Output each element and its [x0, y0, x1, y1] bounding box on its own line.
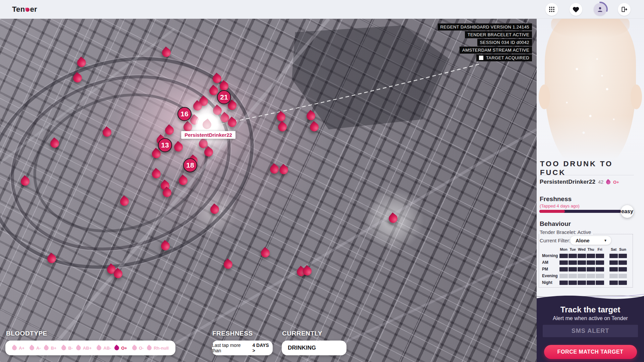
top-bar: Tener — [0, 0, 644, 19]
freshness-filter-value: Last tap more than — [212, 343, 251, 353]
target-profile-sidebar: TOO DRUNK TO FUCK PersistentDrinker22 42… — [537, 19, 644, 362]
blood-pin[interactable] — [47, 254, 56, 263]
bloodtype-group: O+O- — [114, 346, 144, 351]
current-filter-dropdown[interactable]: Alone ▼ — [570, 236, 611, 245]
bloodtype-option-label: O- — [139, 346, 144, 351]
cluster-marker[interactable]: 16 — [177, 107, 192, 121]
schedule-row-label: Morning — [542, 253, 559, 258]
bloodtype-option-a-[interactable]: A- — [30, 346, 41, 351]
blood-pin[interactable] — [50, 139, 59, 148]
cluster-marker[interactable]: 18 — [183, 158, 197, 172]
blood-pin[interactable] — [152, 170, 161, 178]
target-tooltip: PersistentDrinker22 — [181, 131, 235, 139]
bloodtype-option-ab+[interactable]: AB+ — [76, 346, 92, 351]
schedule-cell — [596, 281, 604, 285]
status-line: AMSTERDAM STREAM ACTIVE — [460, 47, 532, 54]
blood-pin[interactable] — [210, 205, 219, 214]
bloodtype-group: AB+AB- — [76, 346, 111, 351]
city-map[interactable]: REGENT DASHBOARD VERSION 1.24145TENDER B… — [0, 19, 537, 362]
bloodtype-option-b+[interactable]: B+ — [44, 346, 56, 351]
force-match-button[interactable]: FORCE MATCH TARGET — [544, 345, 637, 359]
bloodtype-group: A+A- — [12, 346, 41, 351]
blood-pin-shape — [19, 175, 32, 188]
blood-pin[interactable] — [165, 126, 174, 135]
blood-pin[interactable] — [261, 249, 270, 257]
target-portrait — [537, 19, 644, 160]
cluster-marker[interactable]: 13 — [158, 138, 172, 152]
schedule-cell — [587, 254, 595, 258]
freshness-slider-knob[interactable]: easy — [621, 205, 634, 218]
blood-pin[interactable] — [179, 176, 187, 185]
bloodtype-option-b-[interactable]: B- — [61, 346, 73, 351]
blood-pin[interactable] — [163, 188, 171, 197]
blood-pin[interactable] — [228, 101, 236, 110]
currently-filter-button[interactable]: DRINKING — [282, 341, 346, 355]
logout-icon — [621, 6, 628, 13]
blood-pin[interactable] — [278, 123, 287, 131]
schedule-cell — [578, 274, 586, 278]
schedule-cell — [609, 267, 618, 272]
blood-pin[interactable] — [73, 74, 82, 82]
blood-pin[interactable] — [310, 123, 319, 131]
blood-pin[interactable] — [220, 82, 228, 90]
blood-pin-shape — [203, 146, 215, 159]
schedule-cell — [578, 260, 586, 265]
blood-drop-icon — [75, 345, 82, 351]
blood-pin[interactable] — [103, 128, 111, 137]
blood-pin-shape — [71, 72, 84, 84]
blood-pin[interactable] — [204, 148, 213, 157]
profile-username: PersistentDrinker22 — [540, 179, 595, 185]
blood-drop-icon — [96, 345, 102, 351]
status-line: SESSION 034 ID d0042 — [477, 39, 532, 46]
apps-grid-button[interactable] — [545, 3, 558, 16]
sms-alert-input[interactable] — [543, 325, 638, 337]
blood-pin[interactable] — [174, 143, 183, 152]
schedule-day-thu: Thu — [587, 247, 595, 251]
blood-pin[interactable] — [209, 86, 218, 95]
blood-pin[interactable] — [193, 102, 202, 111]
blood-pin[interactable] — [114, 269, 122, 278]
blood-pin[interactable] — [21, 177, 30, 186]
blood-pin[interactable] — [199, 139, 208, 148]
blood-pin[interactable] — [77, 58, 86, 67]
bloodtype-option-o+[interactable]: O+ — [114, 346, 127, 351]
bloodtype-option-o-[interactable]: O- — [132, 346, 144, 351]
profile-age: 42 — [598, 179, 603, 185]
schedule-row-label: Night — [542, 280, 559, 285]
blood-pin[interactable] — [120, 197, 129, 206]
schedule-day-sun: Sun — [619, 247, 627, 251]
tender-logo[interactable]: Tener — [12, 5, 37, 14]
likes-button[interactable] — [570, 3, 582, 16]
profile-button[interactable] — [594, 3, 606, 16]
freshness-slider[interactable] — [539, 210, 621, 213]
blood-pin[interactable] — [307, 112, 315, 120]
cluster-marker[interactable]: 21 — [217, 90, 231, 104]
logout-button[interactable] — [618, 3, 631, 16]
bloodtype-option-rh-null[interactable]: Rh-null — [147, 346, 169, 351]
blood-pin[interactable] — [277, 113, 285, 121]
bloodtype-option-a+[interactable]: A+ — [12, 346, 24, 351]
bloodtype-group: B+B- — [44, 346, 73, 351]
blood-pin-shape — [163, 124, 176, 137]
schedule-cell — [619, 281, 627, 285]
bloodtype-option-label: AB- — [103, 346, 111, 351]
bloodtype-option-ab-[interactable]: AB- — [97, 346, 111, 351]
blood-pin[interactable] — [152, 149, 161, 158]
apps-grid-icon — [548, 6, 555, 13]
blood-pin-shape — [192, 100, 204, 113]
blood-pin[interactable] — [224, 260, 232, 269]
blood-pin[interactable] — [161, 242, 170, 250]
blood-pin[interactable] — [279, 166, 288, 174]
freshness-filter-button[interactable]: Last tap more than 4 DAYS > — [212, 341, 273, 355]
schedule-cell — [559, 254, 568, 258]
blood-pin[interactable] — [303, 267, 312, 276]
bloodtype-filter-label: BLOODTYPE — [6, 330, 47, 337]
blood-pin[interactable] — [183, 123, 192, 131]
schedule-cell — [609, 254, 618, 258]
blood-pin[interactable] — [389, 214, 397, 223]
blood-pin-shape — [301, 265, 314, 278]
blood-pin[interactable] — [162, 48, 171, 57]
schedule-day-wed: Wed — [578, 247, 586, 251]
blood-pin[interactable] — [228, 118, 236, 127]
blood-pin[interactable] — [270, 165, 279, 174]
